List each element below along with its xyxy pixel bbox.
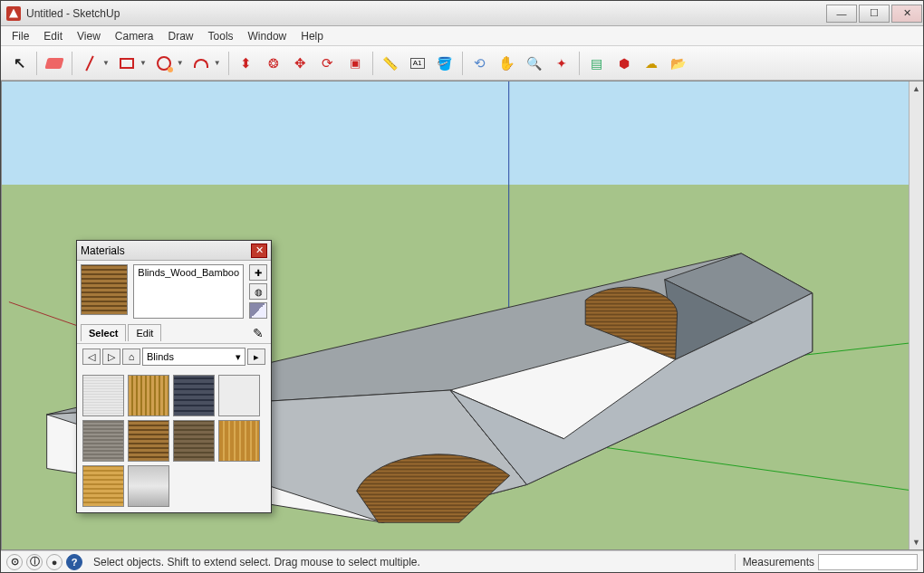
material-swatch[interactable] [128, 375, 169, 416]
menu-window[interactable]: Window [241, 28, 294, 44]
app-window: Untitled - SketchUp — ☐ ✕ File Edit View… [0, 0, 924, 573]
statusbar: ⊙ ⓘ ● ? Select objects. Shift to extend … [1, 550, 923, 572]
orbit-tool-icon[interactable]: ⟲ [467, 51, 493, 76]
separator [372, 52, 373, 75]
menubar: File Edit View Camera Draw Tools Window … [1, 26, 923, 46]
eyedropper-icon[interactable]: ✎ [253, 326, 264, 340]
window-title: Untitled - SketchUp [26, 7, 825, 20]
materials-header: Blinds_Wood_Bamboo ✚ ◍ [77, 261, 271, 322]
nav-home-button[interactable]: ⌂ [122, 349, 140, 365]
create-material-button[interactable]: ◍ [249, 283, 267, 300]
pushpull-tool-icon[interactable]: ⬍ [234, 51, 259, 76]
separator [579, 52, 580, 75]
material-swatch[interactable] [82, 465, 124, 507]
status-hint: Select objects. Shift to extend select. … [93, 556, 727, 568]
separator [228, 52, 229, 75]
minimize-button[interactable]: — [826, 5, 857, 23]
zoom-extents-tool-icon[interactable]: ✦ [549, 51, 574, 76]
app-icon [6, 6, 21, 21]
line-tool-icon[interactable] [77, 51, 102, 76]
toolbar: ↖ ▼ ▼ ▼ ▼ ⬍ ❂ ✥ ⟳ ▣ 📏 A1 🪣 ⟲ ✋ 🔍 ✦ ▤ ⬢ ☁… [1, 46, 923, 81]
materials-tabs: Select Edit ✎ [77, 322, 271, 343]
materials-grid [77, 369, 271, 512]
materials-titlebar[interactable]: Materials ✕ [77, 241, 271, 261]
material-swatch[interactable] [82, 420, 124, 462]
materials-nav: ◁ ▷ ⌂ Blinds ▾ ▸ [77, 343, 271, 369]
circle-tool-icon[interactable] [151, 51, 177, 76]
nav-back-button[interactable]: ◁ [82, 349, 101, 365]
help-icon[interactable]: ? [66, 554, 82, 570]
rectangle-tool-icon[interactable] [114, 51, 140, 76]
material-swatch[interactable] [173, 375, 215, 416]
titlebar: Untitled - SketchUp — ☐ ✕ [1, 1, 923, 26]
paint-tool-icon[interactable]: 🪣 [432, 51, 457, 76]
menu-camera[interactable]: Camera [108, 28, 161, 44]
materials-panel[interactable]: Materials ✕ Blinds_Wood_Bamboo ✚ ◍ Selec… [76, 240, 272, 513]
library-details-button[interactable]: ▸ [247, 349, 265, 365]
separator [735, 554, 736, 570]
offset-tool-icon[interactable]: ❂ [261, 51, 286, 76]
tab-edit[interactable]: Edit [128, 324, 161, 341]
library-name: Blinds [147, 351, 174, 362]
separator [72, 52, 72, 75]
3dwarehouse-icon[interactable]: ▤ [584, 51, 610, 76]
display-secondary-button[interactable]: ✚ [249, 264, 267, 281]
menu-draw[interactable]: Draw [161, 28, 201, 44]
share-model-icon[interactable]: ☁ [639, 51, 664, 76]
dropdown-icon[interactable]: ▼ [214, 59, 221, 67]
arc-tool-icon[interactable] [188, 51, 214, 76]
material-swatch[interactable] [82, 375, 124, 416]
menu-help[interactable]: Help [294, 28, 331, 44]
pan-tool-icon[interactable]: ✋ [495, 51, 520, 76]
scroll-down-icon[interactable]: ▼ [910, 535, 923, 549]
chevron-down-icon: ▾ [236, 351, 241, 363]
eraser-tool-icon[interactable] [42, 51, 67, 76]
viewport[interactable]: Materials ✕ Blinds_Wood_Bamboo ✚ ◍ Selec… [1, 81, 923, 550]
measurements-input[interactable] [818, 554, 918, 570]
dropdown-icon[interactable]: ▼ [140, 59, 147, 67]
measurements-label: Measurements [743, 556, 814, 568]
close-button[interactable]: ✕ [891, 5, 922, 23]
maximize-button[interactable]: ☐ [859, 5, 890, 23]
separator [462, 52, 463, 75]
tab-select[interactable]: Select [81, 324, 126, 341]
material-swatch[interactable] [128, 420, 169, 462]
material-name-input[interactable]: Blinds_Wood_Bamboo [133, 264, 244, 319]
menu-file[interactable]: File [5, 28, 36, 44]
get-models-icon[interactable]: ⬢ [611, 51, 637, 76]
rotate-tool-icon[interactable]: ⟳ [315, 51, 341, 76]
move-tool-icon[interactable]: ✥ [288, 51, 313, 76]
material-swatch[interactable] [218, 420, 260, 462]
geolocation-icon[interactable]: ⊙ [6, 554, 23, 570]
panel-close-button[interactable]: ✕ [251, 244, 267, 258]
svg-line-3 [594, 446, 915, 492]
menu-tools[interactable]: Tools [201, 28, 241, 44]
scroll-up-icon[interactable]: ▲ [910, 81, 923, 96]
scale-tool-icon[interactable]: ▣ [342, 51, 368, 76]
user-icon[interactable]: ● [46, 554, 63, 570]
nav-forward-button[interactable]: ▷ [102, 349, 120, 365]
dropdown-icon[interactable]: ▼ [102, 59, 110, 67]
zoom-tool-icon[interactable]: 🔍 [522, 51, 547, 76]
window-controls: — ☐ ✕ [825, 5, 923, 23]
default-material-icon[interactable] [249, 302, 267, 319]
current-material-swatch[interactable] [81, 264, 128, 315]
materials-title: Materials [81, 244, 251, 257]
dropdown-icon[interactable]: ▼ [177, 59, 184, 67]
separator [36, 52, 37, 75]
tape-tool-icon[interactable]: 📏 [378, 51, 403, 76]
menu-view[interactable]: View [70, 28, 108, 44]
open-model-icon[interactable]: 📂 [666, 51, 691, 76]
select-tool-icon[interactable]: ↖ [6, 51, 32, 76]
material-swatch[interactable] [173, 420, 215, 462]
material-swatch[interactable] [128, 465, 169, 507]
credits-icon[interactable]: ⓘ [26, 554, 43, 570]
library-select[interactable]: Blinds ▾ [142, 348, 245, 366]
material-swatch[interactable] [218, 375, 260, 416]
menu-edit[interactable]: Edit [36, 28, 70, 44]
text-tool-icon[interactable]: A1 [405, 51, 430, 76]
vertical-scrollbar[interactable]: ▲ ▼ [909, 81, 923, 549]
